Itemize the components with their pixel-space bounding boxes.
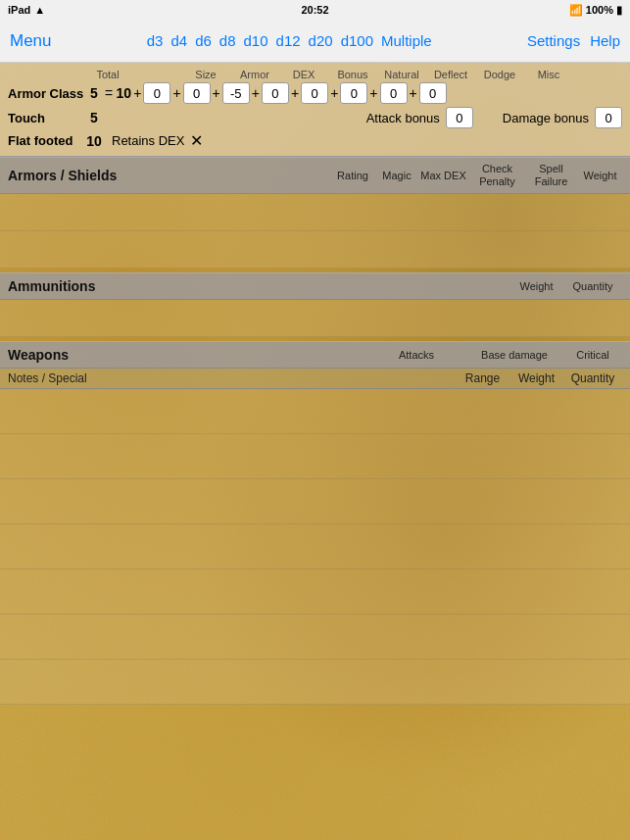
ammunitions-title: Ammunitions <box>8 278 95 294</box>
dex-col-header: DEX <box>286 69 321 80</box>
help-button[interactable]: Help <box>590 32 620 49</box>
deflect-col-header: Deflect <box>433 69 468 80</box>
wifi-icon: ▲ <box>34 4 45 16</box>
d6-button[interactable]: d6 <box>195 32 212 49</box>
attack-bonus-input[interactable] <box>446 107 473 128</box>
damage-bonus-label: Damage bonus <box>503 111 589 125</box>
armor-class-total: 5 <box>86 85 102 101</box>
touch-value: 5 <box>86 110 102 125</box>
d8-button[interactable]: d8 <box>219 32 236 49</box>
armor-col-header: Armor <box>237 69 272 80</box>
weapons-header: Weapons Attacks Base damage Critical <box>0 341 630 369</box>
damage-bonus-input[interactable] <box>595 107 622 128</box>
armor-class-section: Total Size Armor DEX Bonus Natural Defle… <box>0 63 630 157</box>
weapon-row-5 <box>0 569 630 615</box>
misc-col-header: Misc <box>531 69 566 80</box>
critical-col: Critical <box>563 349 622 361</box>
multiple-button[interactable]: Multiple <box>381 32 432 49</box>
range-col: Range <box>456 371 509 385</box>
d20-button[interactable]: d20 <box>309 32 333 49</box>
spell-failure-col: Spell Failure <box>524 163 578 188</box>
attacks-col: Attacks <box>367 349 465 361</box>
armor-class-label: Armor Class <box>8 86 86 101</box>
battery-label: 100% <box>586 4 613 16</box>
dex-input[interactable] <box>222 82 250 104</box>
weapon-row-1 <box>0 389 630 434</box>
settings-button[interactable]: Settings <box>527 32 580 49</box>
d12-button[interactable]: d12 <box>276 32 301 49</box>
touch-label: Touch <box>8 111 86 125</box>
deflect-input[interactable] <box>340 82 367 104</box>
armors-shields-header: Armors / Shields Rating Magic Max DEX Ch… <box>0 157 630 194</box>
weapon-weight-col: Weight <box>509 371 563 385</box>
retains-dex-toggle[interactable]: ✕ <box>190 131 203 150</box>
armor-row-1 <box>0 194 630 231</box>
retains-dex-label: Retains DEX <box>112 133 184 148</box>
weapons-title: Weapons <box>8 347 69 363</box>
main-content: Total Size Armor DEX Bonus Natural Defle… <box>0 63 630 840</box>
size-input[interactable] <box>143 82 170 104</box>
notes-special-label: Notes / Special <box>8 371 87 385</box>
weapons-main-cols: Attacks Base damage Critical <box>367 349 622 361</box>
natural-col-header: Natural <box>384 69 419 80</box>
misc-input[interactable] <box>419 82 447 104</box>
total-col-header: Total <box>94 69 121 80</box>
dodge-col-header: Dodge <box>482 69 517 80</box>
base-damage-col: Base damage <box>465 349 563 361</box>
nav-bar: Menu d3 d4 d6 d8 d10 d12 d20 d100 Multip… <box>0 20 630 63</box>
weapon-row-7 <box>0 660 630 705</box>
check-penalty-col: Check Penalty <box>470 163 524 188</box>
ammo-weight-col: Weight <box>509 280 563 292</box>
d100-button[interactable]: d100 <box>341 32 373 49</box>
size-col-header: Size <box>188 69 223 80</box>
weapon-row-4 <box>0 524 630 569</box>
ammunitions-header: Ammunitions Weight Quantity <box>0 272 630 300</box>
menu-button[interactable]: Menu <box>10 31 52 50</box>
d10-button[interactable]: d10 <box>244 32 268 49</box>
dice-buttons: d3 d4 d6 d8 d10 d12 d20 d100 Multiple <box>147 32 432 49</box>
weapon-quantity-col: Quantity <box>563 371 622 385</box>
armor-class-base: 10 <box>116 85 131 101</box>
time-display: 20:52 <box>301 4 328 16</box>
weight-col-armor: Weight <box>578 170 622 181</box>
weapon-row-2 <box>0 434 630 479</box>
nav-right-buttons: Settings Help <box>527 32 620 49</box>
device-label: iPad <box>8 4 30 16</box>
status-bar: iPad ▲ 20:52 📶 100% ▮ <box>0 0 630 20</box>
weapon-row-6 <box>0 615 630 660</box>
ammo-quantity-col: Quantity <box>563 280 622 292</box>
armors-shields-title: Armors / Shields <box>8 168 117 183</box>
maxdex-col: Max DEX <box>416 170 470 181</box>
armor-input[interactable] <box>183 82 211 104</box>
dodge-input[interactable] <box>380 82 408 104</box>
bonus-col-header: Bonus <box>335 69 370 80</box>
rating-col: Rating <box>328 170 377 181</box>
ammo-row-1 <box>0 300 630 337</box>
weapons-sub-header: Notes / Special Range Weight Quantity <box>0 369 630 389</box>
magic-col: Magic <box>377 170 416 181</box>
bluetooth-icon: 📶 <box>569 4 583 17</box>
flat-footed-value: 10 <box>86 133 102 149</box>
d4-button[interactable]: d4 <box>170 32 187 49</box>
armor-class-row: Armor Class 5 = 10 + + + + + + + + <box>8 82 622 104</box>
natural-input[interactable] <box>301 82 328 104</box>
weapon-row-3 <box>0 479 630 524</box>
flat-footed-label: Flat footed <box>8 133 86 148</box>
battery-icon: ▮ <box>616 4 622 17</box>
armor-row-2 <box>0 231 630 269</box>
ammunitions-cols: Weight Quantity <box>509 280 622 292</box>
d3-button[interactable]: d3 <box>147 32 164 49</box>
armors-shields-cols: Rating Magic Max DEX Check Penalty Spell… <box>328 163 622 188</box>
attack-bonus-label: Attack bonus <box>366 111 440 125</box>
bonus-input[interactable] <box>262 82 289 104</box>
